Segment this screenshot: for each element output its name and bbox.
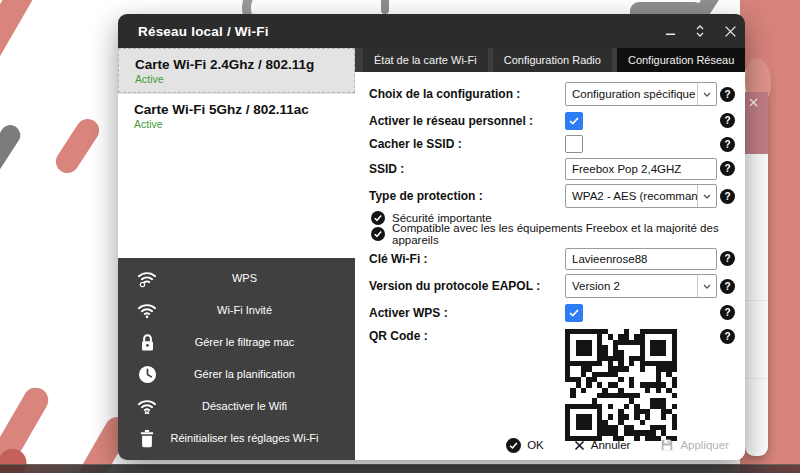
help-icon[interactable]: ? <box>720 87 735 102</box>
sidebar-item-label: Réinitialiser les réglages Wi-Fi <box>160 432 355 444</box>
tab-configuration-radio[interactable]: Configuration Radio <box>493 48 612 72</box>
compatibility-note: Compatible avec les les équipements Free… <box>371 226 735 242</box>
sidebar-item-mac-filter[interactable]: Gérer le filtrage mac <box>118 326 355 358</box>
sidebar-item-disable-wifi[interactable]: Désactiver le Wifi <box>118 390 355 422</box>
window-title: Réseau local / Wi-Fi <box>118 24 269 39</box>
sidebar-item-wps[interactable]: WPS <box>118 262 355 294</box>
card-title: Carte Wi-Fi 5Ghz / 802.11ac <box>134 102 341 117</box>
selected-value: Configuration spécifique à la c <box>566 88 697 100</box>
sidebar-item-label: Gérer le filtrage mac <box>160 336 355 348</box>
personal-network-checkbox[interactable] <box>565 112 583 130</box>
form-row-wifi-key: Clé Wi-Fi : ? <box>369 245 735 272</box>
close-icon <box>749 98 758 107</box>
minimize-button[interactable] <box>655 16 685 46</box>
sidebar-item-label: Désactiver le Wifi <box>160 400 355 412</box>
field-label: Type de protection : <box>369 189 565 203</box>
sidebar-item-label: Gérer la planification <box>160 368 355 380</box>
tab-label: Configuration Radio <box>504 54 601 66</box>
network-config-form: Choix de la configuration : Configuratio… <box>355 72 745 430</box>
sidebar-item-label: WPS <box>160 272 355 284</box>
help-icon[interactable]: ? <box>720 161 735 176</box>
ok-button[interactable]: OK <box>506 438 544 453</box>
check-icon <box>569 117 579 125</box>
cancel-button[interactable]: Annuler <box>574 439 631 451</box>
tab-etat-carte-wifi[interactable]: État de la carte Wi-Fi <box>363 48 488 72</box>
check-circle-icon <box>371 227 385 241</box>
field-label: Activer WPS : <box>369 306 565 320</box>
sidebar-item-reset-wifi[interactable]: Réinitialiser les réglages Wi-Fi <box>118 422 355 454</box>
main-panel: État de la carte Wi-Fi Configuration Rad… <box>355 48 745 460</box>
help-icon[interactable]: ? <box>720 137 735 152</box>
chevron-down-icon <box>697 185 716 207</box>
coral-dash-decoration <box>52 115 104 178</box>
chevron-down-icon <box>697 83 716 105</box>
config-choice-select[interactable]: Configuration spécifique à la c <box>565 82 717 106</box>
divider <box>745 300 768 301</box>
form-row-qr-code: QR Code : ? <box>369 329 735 441</box>
eapol-select[interactable]: Version 2 <box>565 274 717 298</box>
form-row-ssid: SSID : ? <box>369 155 735 182</box>
help-icon[interactable]: ? <box>720 113 735 128</box>
sidebar-menu: WPS Wi-Fi Invité <box>118 258 355 460</box>
sidebar: Carte Wi-Fi 2.4Ghz / 802.11g Active Cart… <box>118 48 355 460</box>
hide-ssid-checkbox[interactable] <box>565 135 583 153</box>
wps-icon <box>134 269 160 288</box>
qr-code <box>565 329 677 441</box>
window-titlebar: Réseau local / Wi-Fi <box>118 14 745 48</box>
wps-checkbox[interactable] <box>565 304 583 322</box>
background-window-edge <box>745 70 768 456</box>
card-status: Active <box>134 118 341 130</box>
check-icon <box>569 309 579 317</box>
cancel-x-icon <box>574 440 585 451</box>
card-title: Carte Wi-Fi 2.4Ghz / 802.11g <box>135 57 340 72</box>
form-row-config-choice: Choix de la configuration : Configuratio… <box>369 80 735 108</box>
ssid-input[interactable] <box>565 158 717 180</box>
coral-stroke-decoration <box>0 0 43 96</box>
minimize-icon <box>665 26 676 37</box>
apply-button[interactable]: Appliquer <box>660 438 729 452</box>
background-window-header <box>745 92 768 154</box>
sidebar-empty-area <box>118 137 355 258</box>
protection-select[interactable]: WPA2 - AES (recommandé) <box>565 184 717 208</box>
card-status: Active <box>135 73 340 85</box>
note-text: Compatible avec les les équipements Free… <box>392 222 735 246</box>
wifi-icon <box>134 301 160 319</box>
selected-value: Version 2 <box>566 280 697 292</box>
help-icon[interactable]: ? <box>720 251 735 266</box>
field-label: Clé Wi-Fi : <box>369 252 565 266</box>
selected-value: WPA2 - AES (recommandé) <box>566 190 697 202</box>
field-label: QR Code : <box>369 329 565 343</box>
ok-check-icon <box>506 438 521 453</box>
check-circle-icon <box>371 211 385 225</box>
sidebar-item-guest-wifi[interactable]: Wi-Fi Invité <box>118 294 355 326</box>
wifi-off-icon <box>134 397 160 415</box>
field-label: Activer le réseau personnel : <box>369 114 565 128</box>
tab-label: Configuration Réseau <box>628 54 734 66</box>
tab-configuration-reseau[interactable]: Configuration Réseau <box>617 48 745 72</box>
cancel-button-label: Annuler <box>591 439 631 451</box>
help-icon[interactable]: ? <box>720 189 735 204</box>
sidebar-item-scheduling[interactable]: Gérer la planification <box>118 358 355 390</box>
collapse-button[interactable] <box>685 16 715 46</box>
clock-icon <box>134 365 160 384</box>
wifi-card-5ghz[interactable]: Carte Wi-Fi 5Ghz / 802.11ac Active <box>118 93 355 137</box>
sidebar-item-label: Wi-Fi Invité <box>160 304 355 316</box>
wifi-key-input[interactable] <box>565 248 717 270</box>
field-label: Version du protocole EAPOL : <box>369 279 565 293</box>
form-row-eapol: Version du protocole EAPOL : Version 2 ? <box>369 272 735 300</box>
gray-dash-decoration <box>0 121 24 181</box>
form-row-wps: Activer WPS : ? <box>369 300 735 325</box>
chevron-down-icon <box>697 275 716 297</box>
field-label: Cacher le SSID : <box>369 137 565 151</box>
divider <box>745 378 768 379</box>
help-icon[interactable]: ? <box>720 279 735 294</box>
tab-label: État de la carte Wi-Fi <box>374 54 477 66</box>
wifi-settings-window: Réseau local / Wi-Fi Carte Wi-Fi 2.4Ghz … <box>118 14 745 460</box>
lock-icon <box>134 333 160 352</box>
save-icon <box>660 438 674 452</box>
close-button[interactable] <box>715 16 745 46</box>
help-icon[interactable]: ? <box>720 305 735 320</box>
wifi-card-2-4ghz[interactable]: Carte Wi-Fi 2.4Ghz / 802.11g Active <box>118 48 355 93</box>
help-icon[interactable]: ? <box>720 329 735 344</box>
field-label: Choix de la configuration : <box>369 87 565 101</box>
